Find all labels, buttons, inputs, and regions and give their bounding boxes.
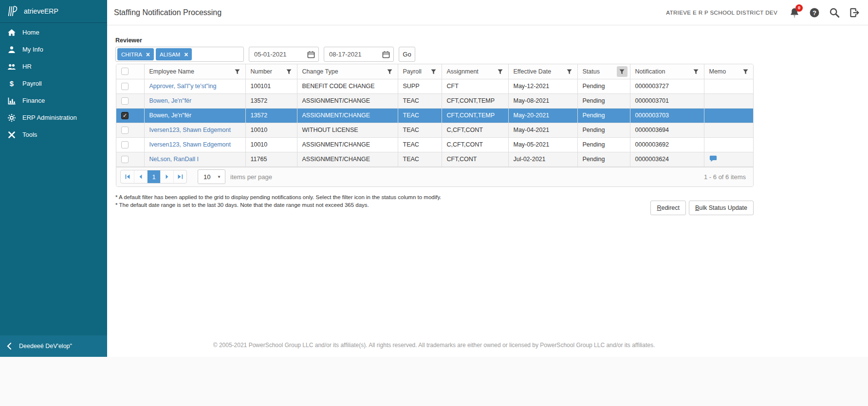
select-all-checkbox[interactable]	[121, 68, 129, 75]
memo-icon[interactable]	[709, 155, 717, 162]
employee-link[interactable]: Iversen123, Shawn Edgemont	[149, 141, 231, 148]
cell-memo	[704, 123, 753, 137]
row-checkbox[interactable]	[121, 141, 129, 148]
column-header-number[interactable]: Number	[245, 64, 297, 79]
cell-memo	[704, 108, 753, 123]
column-header-assignment[interactable]: Assignment	[442, 64, 508, 79]
svg-text:?: ?	[813, 9, 816, 16]
sidebar-item-tools[interactable]: Tools	[0, 126, 107, 143]
notification-badge: 0	[795, 4, 803, 12]
row-checkbox-checked[interactable]	[121, 112, 129, 119]
action-buttons: Redirect Bulk Status Update	[116, 201, 754, 215]
page-size-select[interactable]: 10	[198, 169, 225, 184]
table-row[interactable]: Approver, Sal'l"y te'st"ing 100101 BENEF…	[116, 79, 753, 93]
cell-payroll: TEAC	[398, 108, 442, 123]
cell-assignment: CFT,CONT,TEMP	[442, 108, 508, 123]
cell-effective-date: May-20-2021	[508, 108, 577, 123]
redirect-button[interactable]: Redirect	[650, 201, 686, 215]
previous-page-button[interactable]	[134, 170, 147, 183]
notifications-bell-icon[interactable]: 0	[789, 7, 800, 18]
last-page-button[interactable]	[173, 170, 186, 183]
district-label: ATRIEVE E R P SCHOOL DISTRICT DEV	[666, 10, 777, 16]
help-icon[interactable]: ?	[809, 7, 820, 18]
sidebar-item-finance[interactable]: Finance	[0, 92, 107, 109]
sidebar-item-label: Finance	[22, 97, 45, 104]
brand-header: atrieveERP	[0, 0, 107, 23]
bulk-status-update-button[interactable]: Bulk Status Update	[689, 201, 754, 215]
go-button[interactable]: Go	[399, 47, 415, 62]
table-row[interactable]: Iversen123, Shawn Edgemont 10010 WITHOUT…	[116, 123, 753, 137]
cell-change-type: ASSIGNMENT/CHANGE	[297, 93, 398, 108]
filter-icon-active[interactable]	[617, 66, 628, 77]
sidebar: atrieveERP Home My Info HR	[0, 0, 107, 357]
calendar-icon[interactable]	[379, 51, 393, 58]
page-bottom-band	[0, 357, 868, 406]
employee-link[interactable]: Approver, Sal'l"y te'st"ing	[149, 83, 217, 90]
first-page-button[interactable]	[121, 170, 134, 183]
table-header-row: Employee Name Number Change Type Payroll…	[116, 64, 753, 79]
atrieve-logo-icon	[5, 4, 19, 18]
filter-row: CHITRA ALISAM Go	[115, 47, 415, 62]
employee-link[interactable]: Bowen, Je'n"fér	[149, 112, 192, 119]
logout-icon[interactable]	[849, 7, 860, 18]
column-header-memo[interactable]: Memo	[704, 64, 753, 79]
sidebar-item-erp-administration[interactable]: ERP Administration	[0, 109, 107, 126]
sidebar-item-my-info[interactable]: My Info	[0, 41, 107, 58]
cell-payroll: SUPP	[398, 79, 442, 93]
cell-effective-date: May-04-2021	[508, 123, 577, 137]
reviewer-multiselect[interactable]: CHITRA ALISAM	[115, 47, 244, 62]
copyright-footer: © 2005-2021 PowerSchool Group LLC and/or…	[0, 342, 868, 349]
items-per-page-label: items per page	[230, 173, 272, 181]
filter-icon[interactable]	[428, 66, 439, 77]
filter-icon[interactable]	[564, 66, 575, 77]
employee-link[interactable]: NeLson, RanDall I	[149, 156, 199, 163]
table-row[interactable]: NeLson, RanDall I 11765 ASSIGNMENT/CHANG…	[116, 152, 753, 166]
page-number-button[interactable]: 1	[147, 170, 160, 183]
sidebar-item-hr[interactable]: HR	[0, 58, 107, 75]
column-header-change-type[interactable]: Change Type	[297, 64, 398, 79]
cell-assignment: CFT	[442, 79, 508, 93]
pager-buttons: 1	[120, 170, 187, 184]
employee-link[interactable]: Iversen123, Shawn Edgemont	[149, 127, 231, 133]
remove-tag-icon[interactable]	[146, 51, 150, 58]
filter-icon[interactable]	[495, 66, 506, 77]
column-header-effective-date[interactable]: Effective Date	[508, 64, 577, 79]
cell-change-type: ASSIGNMENT/CHANGE	[297, 108, 398, 123]
sidebar-item-payroll[interactable]: $ Payroll	[0, 75, 107, 92]
row-checkbox[interactable]	[121, 127, 129, 134]
table-row[interactable]: Bowen, Je'n"fér 13572 ASSIGNMENT/CHANGE …	[116, 93, 753, 108]
filter-icon[interactable]	[691, 66, 702, 77]
employee-link[interactable]: Bowen, Je'n"fér	[149, 97, 192, 104]
sidebar-item-home[interactable]: Home	[0, 24, 107, 41]
reviewer-tag-label: ALISAM	[160, 52, 180, 57]
column-header-status[interactable]: Status	[577, 64, 630, 79]
filter-icon[interactable]	[740, 66, 751, 77]
person-icon	[7, 45, 16, 54]
date-to-input[interactable]	[324, 50, 379, 58]
column-header-employee-name[interactable]: Employee Name	[144, 64, 245, 79]
calendar-icon[interactable]	[304, 51, 318, 58]
row-checkbox[interactable]	[121, 97, 129, 105]
column-header-notification[interactable]: Notification	[630, 64, 704, 79]
row-checkbox[interactable]	[121, 83, 129, 90]
cell-change-type: ASSIGNMENT/CHANGE	[297, 152, 398, 166]
filter-icon[interactable]	[385, 66, 395, 77]
cell-memo	[704, 137, 753, 152]
remove-tag-icon[interactable]	[184, 51, 188, 58]
column-header-payroll[interactable]: Payroll	[398, 64, 442, 79]
cell-status: Pending	[577, 79, 630, 93]
sidebar-item-label: Home	[22, 29, 39, 36]
table-row-selected[interactable]: Bowen, Je'n"fér 13572 ASSIGNMENT/CHANGE …	[116, 108, 753, 123]
tools-icon	[7, 130, 16, 139]
filter-icon[interactable]	[284, 66, 295, 77]
table-row[interactable]: Iversen123, Shawn Edgemont 10010 ASSIGNM…	[116, 137, 753, 152]
date-from-input[interactable]	[249, 50, 304, 58]
reviewer-tag: ALISAM	[156, 48, 192, 60]
header-actions: ATRIEVE E R P SCHOOL DISTRICT DEV 0 ?	[666, 7, 860, 18]
next-page-button[interactable]	[160, 170, 173, 183]
filter-icon[interactable]	[232, 66, 243, 77]
pager-range-label: 1 - 6 of 6 items	[704, 173, 746, 181]
page-size-value: 10	[203, 173, 210, 181]
row-checkbox[interactable]	[121, 156, 129, 163]
search-icon[interactable]	[829, 7, 840, 18]
